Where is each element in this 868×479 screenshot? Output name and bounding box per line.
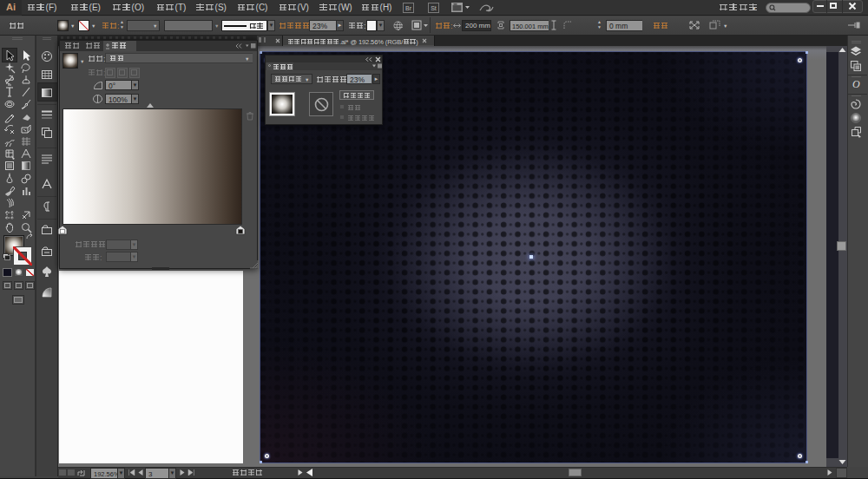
svg-text:O: O xyxy=(852,78,860,90)
